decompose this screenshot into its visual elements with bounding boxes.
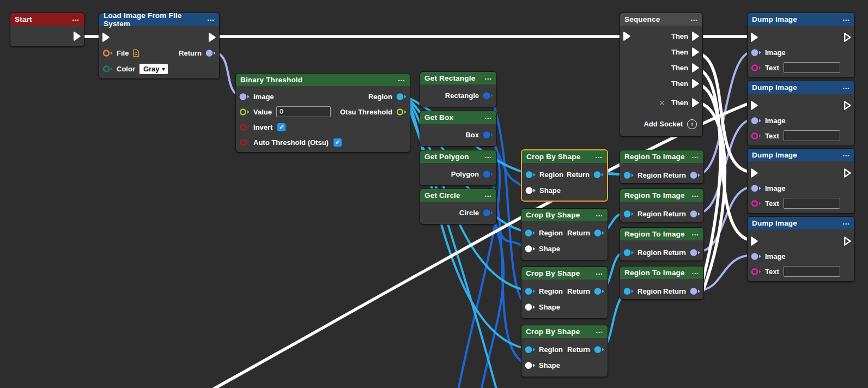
input-pin-region[interactable]: [623, 248, 634, 257]
node-region-to-image-1[interactable]: Region To Image•••RegionReturn: [620, 150, 704, 184]
input-pin-text[interactable]: [750, 267, 762, 276]
input-pin-image[interactable]: [750, 252, 762, 261]
node-crop-by-shape-2[interactable]: Crop By Shape•••RegionReturnShape: [521, 208, 608, 260]
node-header[interactable]: Dump Image•••: [748, 149, 854, 161]
input-pin-text[interactable]: [750, 63, 762, 72]
output-pin-then[interactable]: [691, 78, 700, 89]
menu-icon[interactable]: •••: [692, 232, 699, 237]
output-pin-return[interactable]: [689, 209, 701, 219]
menu-icon[interactable]: •••: [692, 193, 699, 198]
input-pin-exec[interactable]: [750, 32, 758, 43]
input-pin-exec[interactable]: [623, 31, 631, 41]
output-pin-then[interactable]: [691, 98, 700, 108]
node-get-rectangle[interactable]: Get Rectangle•••Rectangle: [420, 71, 497, 107]
menu-icon[interactable]: •••: [208, 17, 215, 22]
menu-icon[interactable]: •••: [596, 213, 603, 218]
output-pin-return[interactable]: [593, 228, 605, 238]
auto-threshold-otsu-checkbox[interactable]: ✓: [333, 138, 342, 147]
menu-icon[interactable]: •••: [843, 17, 850, 22]
menu-icon[interactable]: •••: [596, 329, 603, 335]
node-header[interactable]: Region To Image•••: [620, 228, 703, 240]
node-get-polygon[interactable]: Get Polygon•••Polygon: [420, 150, 497, 186]
input-pin-invert[interactable]: [239, 123, 250, 132]
node-header[interactable]: Load Image From File System•••: [99, 13, 219, 26]
node-header[interactable]: Crop By Shape•••: [521, 325, 608, 338]
output-pin-return[interactable]: [689, 248, 701, 257]
output-pin-exec[interactable]: [208, 32, 216, 43]
node-header[interactable]: Dump Image•••: [748, 13, 854, 26]
input-pin-shape[interactable]: [524, 244, 536, 253]
node-graph-canvas[interactable]: Start•••Load Image From File System•••Fi…: [0, 0, 868, 388]
node-header[interactable]: Region To Image•••: [620, 189, 703, 202]
node-crop-by-shape-3[interactable]: Crop By Shape•••RegionReturnShape: [521, 266, 608, 319]
node-header[interactable]: Crop By Shape•••: [521, 209, 608, 221]
input-pin-region[interactable]: [524, 228, 536, 238]
node-header[interactable]: Crop By Shape•••: [522, 150, 607, 163]
output-pin-exec[interactable]: [843, 100, 852, 111]
input-pin-shape[interactable]: [524, 302, 536, 312]
node-header[interactable]: Binary Threshold•••: [236, 74, 410, 86]
output-pin-exec[interactable]: [843, 32, 852, 43]
input-pin-region[interactable]: [623, 287, 634, 296]
output-pin-exec[interactable]: [843, 236, 852, 246]
menu-icon[interactable]: •••: [692, 154, 699, 160]
input-pin-exec[interactable]: [750, 236, 758, 246]
node-header[interactable]: Dump Image•••: [748, 217, 854, 229]
node-sequence[interactable]: Sequence•••ThenThenThenThen×ThenAdd Sock…: [620, 13, 703, 137]
menu-icon[interactable]: •••: [843, 221, 850, 226]
output-pin-circle[interactable]: [482, 208, 494, 217]
value-input[interactable]: 0: [276, 106, 331, 117]
input-pin-image[interactable]: [750, 116, 762, 125]
output-pin-exec[interactable]: [73, 31, 81, 41]
input-pin-shape[interactable]: [524, 361, 536, 370]
text-input[interactable]: [784, 62, 840, 73]
node-header[interactable]: Crop By Shape•••: [521, 267, 608, 280]
node-crop-by-shape-4[interactable]: Crop By Shape•••RegionReturnShape: [521, 325, 608, 377]
output-pin-region[interactable]: [396, 92, 407, 101]
menu-icon[interactable]: •••: [72, 17, 80, 22]
input-pin-region[interactable]: [524, 345, 536, 354]
node-region-to-image-4[interactable]: Region To Image•••RegionReturn: [620, 266, 704, 300]
text-input[interactable]: [784, 130, 840, 141]
node-header[interactable]: Sequence•••: [620, 13, 702, 26]
node-binary-threshold[interactable]: Binary Threshold•••ImageRegionValue0Otsu…: [235, 73, 410, 153]
node-region-to-image-3[interactable]: Region To Image•••RegionReturn: [620, 227, 704, 261]
output-pin-return[interactable]: [593, 287, 605, 296]
menu-icon[interactable]: •••: [485, 115, 492, 120]
add-socket-button[interactable]: Add Socket+: [644, 119, 697, 129]
output-pin-then[interactable]: [691, 31, 700, 41]
node-header[interactable]: Region To Image•••: [620, 150, 703, 163]
input-pin-file[interactable]: [102, 48, 113, 58]
output-pin-otsu-threshold[interactable]: [396, 107, 407, 117]
node-header[interactable]: Get Rectangle•••: [420, 72, 496, 84]
menu-icon[interactable]: •••: [692, 270, 699, 276]
output-pin-polygon[interactable]: [482, 169, 494, 179]
node-dump-image-2[interactable]: Dump Image•••ImageText: [747, 81, 855, 146]
node-header[interactable]: Get Polygon•••: [420, 150, 496, 163]
invert-checkbox[interactable]: ✓: [277, 123, 286, 131]
text-input[interactable]: [784, 198, 840, 209]
menu-icon[interactable]: •••: [843, 85, 850, 90]
node-region-to-image-2[interactable]: Region To Image•••RegionReturn: [620, 189, 704, 222]
menu-icon[interactable]: •••: [398, 77, 405, 83]
output-pin-box[interactable]: [482, 130, 494, 140]
text-input[interactable]: [784, 266, 840, 277]
node-crop-by-shape-1[interactable]: Crop By Shape•••RegionReturnShape: [521, 149, 608, 202]
input-pin-exec[interactable]: [102, 32, 110, 43]
menu-icon[interactable]: •••: [596, 271, 603, 276]
node-load-image-from-file-system[interactable]: Load Image From File System•••FileReturn…: [99, 13, 220, 79]
output-pin-then[interactable]: [691, 63, 700, 73]
output-pin-return[interactable]: [593, 345, 605, 354]
input-pin-shape[interactable]: [525, 186, 536, 195]
node-dump-image-4[interactable]: Dump Image•••ImageText: [747, 216, 855, 282]
node-dump-image-1[interactable]: Dump Image•••ImageText: [747, 13, 855, 78]
output-pin-return[interactable]: [205, 48, 216, 58]
menu-icon[interactable]: •••: [843, 153, 850, 158]
input-pin-region[interactable]: [524, 287, 536, 296]
input-pin-value[interactable]: [239, 107, 250, 117]
remove-socket-icon[interactable]: ×: [659, 98, 665, 108]
input-pin-text[interactable]: [750, 131, 762, 141]
node-header[interactable]: Get Box•••: [420, 111, 496, 124]
node-start[interactable]: Start•••: [10, 13, 84, 47]
menu-icon[interactable]: •••: [596, 154, 603, 160]
